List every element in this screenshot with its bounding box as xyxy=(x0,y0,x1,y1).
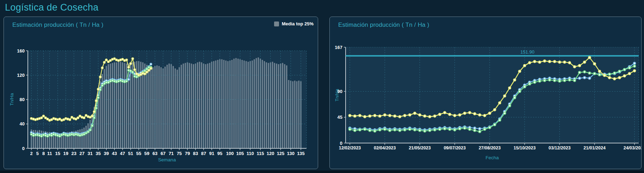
svg-text:83: 83 xyxy=(193,151,198,156)
svg-text:39: 39 xyxy=(104,151,109,156)
right-x-axis-label: Fecha xyxy=(485,155,499,160)
svg-text:43: 43 xyxy=(112,151,117,156)
svg-text:19: 19 xyxy=(63,151,68,156)
right-chart-panel: Estimación producción ( Tn / Ha ) Tn/Ha … xyxy=(329,17,642,169)
svg-text:31: 31 xyxy=(88,151,93,156)
svg-text:12/02/2023: 12/02/2023 xyxy=(339,146,361,150)
svg-text:100: 100 xyxy=(226,151,234,156)
svg-text:125: 125 xyxy=(277,151,285,156)
svg-text:09/07/2023: 09/07/2023 xyxy=(444,146,466,150)
svg-text:90: 90 xyxy=(338,89,342,94)
svg-text:0: 0 xyxy=(340,141,342,146)
y-max-label: 167 xyxy=(335,45,342,50)
svg-text:87: 87 xyxy=(201,151,206,156)
right-chart-canvas[interactable]: 0459016712/02/202302/04/202321/05/202309… xyxy=(330,17,641,169)
svg-text:71: 71 xyxy=(169,151,174,156)
svg-text:15: 15 xyxy=(55,151,60,156)
svg-text:91: 91 xyxy=(209,151,214,156)
svg-text:27/08/2023: 27/08/2023 xyxy=(479,146,501,150)
svg-text:79: 79 xyxy=(185,151,190,156)
svg-text:130: 130 xyxy=(287,151,295,156)
svg-text:63: 63 xyxy=(153,151,157,156)
svg-text:115: 115 xyxy=(256,151,264,156)
svg-text:80: 80 xyxy=(20,97,25,102)
page-title: Logística de Cosecha xyxy=(5,2,99,13)
svg-text:135: 135 xyxy=(297,151,305,156)
svg-text:21/01/2024: 21/01/2024 xyxy=(583,146,606,150)
svg-text:95: 95 xyxy=(217,151,222,156)
svg-text:120: 120 xyxy=(17,73,25,78)
left-x-axis-label: Semana xyxy=(158,157,176,162)
svg-text:03/12/2023: 03/12/2023 xyxy=(549,146,571,150)
left-chart-panel: Estimación producción ( Tn / Ha ) Media … xyxy=(4,17,318,169)
svg-text:105: 105 xyxy=(236,151,244,156)
left-chart-canvas[interactable]: 0408012016025811151923273135394347515559… xyxy=(4,17,318,169)
svg-text:21/05/2023: 21/05/2023 xyxy=(409,146,431,150)
svg-text:27: 27 xyxy=(80,151,85,156)
x-tick-labels: 2581115192327313539434751555963677175798… xyxy=(30,151,304,156)
svg-text:0: 0 xyxy=(22,146,25,151)
svg-text:11: 11 xyxy=(47,151,52,156)
svg-text:23: 23 xyxy=(72,151,76,156)
svg-text:120: 120 xyxy=(267,151,274,156)
svg-text:59: 59 xyxy=(144,151,149,156)
bottom-strip xyxy=(0,171,644,173)
svg-text:160: 160 xyxy=(17,48,25,54)
svg-text:75: 75 xyxy=(177,151,182,156)
svg-text:35: 35 xyxy=(96,151,101,156)
svg-text:55: 55 xyxy=(136,151,141,156)
svg-text:51: 51 xyxy=(128,151,133,156)
x-tick-labels: 12/02/202302/04/202321/05/202309/07/2023… xyxy=(339,146,641,150)
svg-text:15/10/2023: 15/10/2023 xyxy=(514,146,536,150)
y-tick-labels: 04590167 xyxy=(335,45,342,146)
svg-text:45: 45 xyxy=(338,115,342,120)
threshold-label: 151.90 xyxy=(520,49,534,55)
svg-text:5: 5 xyxy=(36,151,39,156)
svg-text:47: 47 xyxy=(120,151,125,156)
svg-text:02/04/2023: 02/04/2023 xyxy=(374,146,396,150)
svg-text:8: 8 xyxy=(42,151,45,156)
svg-text:2: 2 xyxy=(30,151,32,156)
svg-text:110: 110 xyxy=(247,151,254,156)
svg-text:40: 40 xyxy=(20,121,25,126)
svg-text:67: 67 xyxy=(161,151,166,156)
y-tick-labels: 04080120160 xyxy=(17,48,25,151)
svg-text:24/03/2024: 24/03/2024 xyxy=(624,146,641,150)
